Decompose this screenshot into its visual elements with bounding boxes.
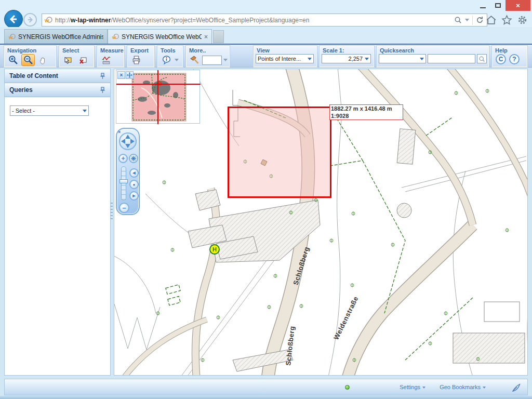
- forward-button[interactable]: [23, 13, 37, 26]
- more-dropdown-icon[interactable]: [223, 59, 228, 61]
- close-button[interactable]: ×: [506, 0, 530, 11]
- chevron-down-icon: [422, 387, 425, 389]
- print-button[interactable]: [129, 54, 143, 66]
- settings-label: Settings: [400, 384, 420, 390]
- map-navigation-widget: × + ◀ ● ▶ −: [116, 128, 140, 215]
- zoom-out-widget-button[interactable]: −: [119, 203, 129, 213]
- toolbar-group-select: Select: [59, 46, 94, 67]
- more-tools-button[interactable]: [188, 54, 201, 66]
- pan-north-icon[interactable]: [125, 135, 130, 139]
- panel-title: Table of Content: [9, 72, 58, 79]
- edit-redline-button[interactable]: [511, 382, 522, 395]
- sidebar: Table of Content Queries - Select -: [4, 69, 111, 376]
- tab-weboffice-admin[interactable]: w SYNERGIS WebOffice Administ...: [4, 29, 108, 44]
- close-icon: ×: [120, 72, 123, 78]
- svg-text:w: w: [8, 34, 13, 39]
- pan-east-icon[interactable]: [130, 139, 135, 144]
- measure-button[interactable]: [99, 54, 113, 66]
- tools-dropdown-icon[interactable]: [175, 59, 179, 61]
- status-bar: Settings Geo Bookmarks: [4, 379, 528, 395]
- favorites-star-icon[interactable]: [501, 15, 512, 25]
- search-dropdown-icon[interactable]: [465, 19, 469, 21]
- panel-splitter-handle[interactable]: [111, 203, 113, 221]
- settings-menu[interactable]: Settings: [400, 384, 425, 390]
- zoom-in-widget-button[interactable]: +: [118, 154, 128, 163]
- overview-map[interactable]: ×: [116, 70, 200, 124]
- view-select[interactable]: Points of Intere...: [256, 54, 314, 63]
- back-button[interactable]: [4, 10, 23, 29]
- pan-west-icon[interactable]: [121, 139, 125, 144]
- queries-select[interactable]: - Select -: [10, 105, 89, 116]
- info-tool-button[interactable]: [159, 54, 173, 66]
- zoom-in-button[interactable]: [6, 54, 20, 66]
- info-balloon-icon: [162, 55, 171, 65]
- chevron-down-icon: [83, 110, 87, 112]
- bus-stop-label: H: [212, 246, 217, 252]
- current-view-button[interactable]: ●: [129, 180, 139, 189]
- pin-icon[interactable]: [100, 73, 105, 79]
- group-title: Select: [60, 46, 94, 54]
- quicksearch-select[interactable]: [379, 54, 426, 63]
- full-extent-icon: [131, 156, 136, 161]
- address-bar[interactable]: w http://w-lap-wintner/WebOffice/synserv…: [42, 14, 487, 26]
- panel-queries[interactable]: Queries: [5, 83, 110, 97]
- new-tab-button[interactable]: [213, 30, 224, 43]
- bus-stop-marker[interactable]: H: [210, 245, 219, 254]
- select-button[interactable]: [61, 54, 75, 66]
- group-title: Help: [493, 46, 527, 54]
- next-view-button[interactable]: ▶: [129, 191, 139, 201]
- move-icon: [127, 72, 132, 78]
- close-icon: ×: [516, 2, 520, 9]
- measure-icon: [101, 55, 111, 65]
- zoom-out-button[interactable]: [21, 54, 35, 66]
- pan-south-icon[interactable]: [125, 144, 130, 148]
- tab-close-icon[interactable]: ×: [204, 33, 208, 41]
- maximize-button[interactable]: [490, 0, 506, 11]
- group-title: View: [254, 46, 316, 54]
- app-toolbar: Navigation: [0, 44, 532, 68]
- panel-table-of-content[interactable]: Table of Content: [5, 69, 110, 83]
- toolbar-group-view: View Points of Intere...: [254, 46, 317, 67]
- settings-gear-icon[interactable]: [517, 15, 528, 25]
- compass-pan-control[interactable]: [119, 132, 137, 150]
- pan-button[interactable]: [36, 54, 50, 66]
- tab-weboffice-client[interactable]: w SYNERGIS WebOffice WebO... ×: [108, 29, 212, 44]
- clear-selection-icon: [78, 56, 88, 65]
- clear-selection-button[interactable]: [76, 54, 90, 66]
- group-title: More..: [187, 46, 229, 54]
- scale-select[interactable]: 2,257: [322, 54, 371, 63]
- quicksearch-button[interactable]: [477, 54, 487, 63]
- home-icon[interactable]: [486, 15, 497, 25]
- widget-close-icon[interactable]: ×: [118, 129, 121, 135]
- maximize-icon: [495, 3, 501, 8]
- geo-bookmarks-label: Geo Bookmarks: [440, 384, 481, 390]
- toolbar-group-help: Help C ?: [492, 46, 527, 67]
- selection-rectangle[interactable]: [228, 107, 331, 198]
- tooltip-scale: 1:9028: [331, 112, 402, 119]
- chevron-down-icon: [483, 387, 486, 389]
- panel-title: Queries: [9, 86, 33, 94]
- overview-close-button[interactable]: ×: [117, 71, 125, 79]
- minimize-button[interactable]: [475, 0, 490, 11]
- pin-icon[interactable]: [100, 87, 105, 94]
- geo-bookmarks-menu[interactable]: Geo Bookmarks: [440, 384, 486, 390]
- scale-select-value: 2,257: [324, 56, 363, 62]
- more-select[interactable]: [202, 56, 222, 65]
- zoom-slider-handle[interactable]: [119, 179, 128, 183]
- chevron-down-icon: [308, 58, 312, 60]
- refresh-icon[interactable]: [476, 16, 484, 24]
- measurement-tooltip: 1882.27 m x 1416.48 m 1:9028: [329, 104, 403, 120]
- queries-select-value: - Select -: [12, 108, 81, 114]
- search-icon[interactable]: [454, 16, 462, 24]
- overview-move-button[interactable]: [126, 71, 134, 79]
- group-title: Quicksearch: [377, 46, 488, 54]
- svg-text:w: w: [44, 17, 49, 23]
- map-frame: H Schloßberg Schloßberg Weldenstraße 188…: [114, 69, 528, 376]
- zoom-slider[interactable]: [121, 166, 126, 201]
- copyright-button[interactable]: C: [496, 54, 506, 64]
- previous-view-button[interactable]: ◀: [129, 168, 139, 178]
- group-title: Export: [128, 46, 154, 54]
- quicksearch-input[interactable]: [428, 54, 475, 63]
- help-button[interactable]: ?: [509, 54, 520, 64]
- full-extent-button[interactable]: [129, 154, 138, 163]
